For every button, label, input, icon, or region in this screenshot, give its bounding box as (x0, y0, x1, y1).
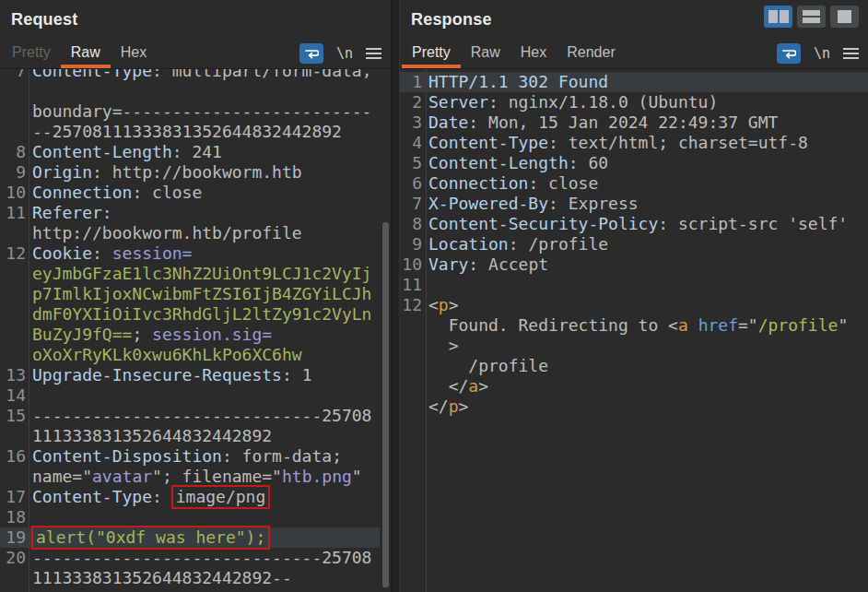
code-row: 19alert("0xdf was here"); (0, 527, 380, 548)
line-number (0, 426, 26, 446)
newline-toggle-icon[interactable]: \n (814, 45, 830, 62)
line-number: 8 (0, 142, 26, 162)
code-text: Content-Security-Policy: script-src 'sel… (428, 214, 848, 234)
menu-icon[interactable] (366, 48, 381, 59)
line-number (0, 568, 26, 588)
code-row: 4Content-Type: text/html; charset=utf-8 (400, 133, 868, 153)
line-number: 5 (400, 153, 422, 173)
layout-single-button[interactable] (830, 6, 859, 28)
code-text: BuZyJ9fQ==; session.sig= (32, 325, 272, 345)
code-row: 8Content-Security-Policy: script-src 'se… (400, 214, 868, 234)
code-row: 6Connection: close (400, 173, 868, 194)
tab-raw[interactable]: Raw (461, 39, 510, 68)
word-wrap-toggle-icon[interactable] (299, 43, 323, 64)
line-number: 16 (0, 446, 26, 467)
line-number: 2 (400, 92, 422, 112)
code-row: 15-----------------------------25708 (0, 406, 380, 426)
request-tab-bar: PrettyRawHex (2, 39, 157, 68)
line-number: 10 (0, 183, 26, 203)
tab-raw[interactable]: Raw (61, 39, 111, 68)
response-toolbar: \n (777, 43, 859, 64)
line-number: 1 (400, 72, 422, 92)
code-text: Location: /profile (428, 234, 608, 255)
code-row: /profile (400, 356, 868, 376)
request-panel: Request PrettyRawHex \n 7Content-Type: m… (0, 0, 391, 592)
code-text: 111333831352644832442892 (32, 426, 272, 446)
code-text: Connection: close (428, 173, 598, 194)
code-row: 1HTTP/1.1 302 Found (400, 72, 868, 92)
code-row: 7Content-Type: multipart/form-data, (0, 69, 380, 81)
line-number (0, 223, 26, 243)
response-tab-bar: PrettyRawHexRender (402, 39, 626, 68)
line-number (400, 336, 422, 356)
line-number: 3 (400, 112, 422, 133)
line-number: 14 (0, 385, 26, 406)
line-number (0, 264, 26, 284)
code-text: eyJmbGFzaE1lc3NhZ2UiOnt9LCJ1c2VyIj (32, 264, 371, 284)
request-scrollbar-thumb[interactable] (382, 222, 389, 587)
line-number (0, 81, 26, 101)
code-row: </p> (400, 397, 868, 417)
response-editor[interactable]: 1HTTP/1.1 302 Found2Server: nginx/1.18.0… (400, 69, 868, 592)
code-text: name="avatar"; filename="htb.png" (32, 467, 362, 487)
tab-pretty: Pretty (2, 39, 61, 68)
word-wrap-toggle-icon[interactable] (777, 43, 801, 64)
code-row: http://bookworm.htb/profile (0, 223, 380, 243)
red-annotation-box: image/png (171, 485, 271, 509)
code-row: 12<p> (400, 295, 868, 315)
code-row: Found. Redirecting to <a href="/profile" (400, 315, 868, 336)
tab-pretty[interactable]: Pretty (402, 39, 461, 68)
response-gutter-divider (426, 69, 427, 592)
request-editor[interactable]: 7Content-Type: multipart/form-data,bound… (0, 69, 391, 592)
line-number: 9 (400, 234, 422, 255)
code-row: 14 (0, 385, 380, 406)
code-text: Content-Type: multipart/form-data, (32, 69, 371, 81)
code-row: 18 (0, 507, 380, 527)
line-number: 7 (0, 69, 26, 81)
line-number: 12 (400, 295, 422, 315)
newline-toggle-icon[interactable]: \n (336, 45, 353, 62)
line-number: 17 (0, 487, 26, 507)
layout-toggle-group (764, 6, 859, 28)
code-row: 2Server: nginx/1.18.0 (Ubuntu) (400, 92, 868, 112)
code-row: oXoXrRyKLk0xwu6KhLkPo6XC6hw (0, 345, 380, 365)
request-title: Request (11, 10, 77, 30)
tab-hex[interactable]: Hex (510, 39, 557, 68)
code-text: -----------------------------25708 (32, 406, 371, 426)
code-row: 10Connection: close (0, 183, 380, 203)
line-number: 4 (400, 133, 422, 153)
code-row: 11 (400, 275, 868, 295)
code-row: 13Upgrade-Insecure-Requests: 1 (0, 365, 380, 385)
line-number (0, 325, 26, 345)
line-number: 18 (0, 507, 26, 527)
line-number: 6 (400, 173, 422, 194)
line-number (400, 376, 422, 397)
code-text: 111333831352644832442892-- (32, 568, 292, 588)
code-row: 20-----------------------------25708 (0, 548, 380, 568)
layout-rows-button[interactable] (797, 6, 826, 28)
line-number (400, 356, 422, 376)
code-text: Connection: close (32, 183, 202, 203)
panel-split-handle[interactable] (391, 0, 400, 592)
tab-render[interactable]: Render (557, 39, 625, 68)
layout-columns-button[interactable] (764, 6, 792, 28)
code-text: Upgrade-Insecure-Requests: 1 (32, 365, 311, 385)
line-number: 13 (0, 365, 26, 385)
line-number (0, 345, 26, 365)
tab-hex[interactable]: Hex (111, 39, 157, 68)
code-row: name="avatar"; filename="htb.png" (0, 467, 380, 487)
red-annotation-box: alert("0xdf was here"); (31, 526, 270, 550)
line-number: 11 (400, 275, 422, 295)
code-text: dmF0YXIiOiIvc3RhdGljL2ltZy91c2VyLn (32, 304, 371, 325)
code-text: -----------------------------25708 (32, 548, 371, 568)
code-text: </p> (428, 397, 468, 417)
response-panel: Response PrettyRawHexRender \n 1HTTP/1.1 (400, 0, 868, 592)
code-row: boundary=------------------------- (0, 101, 380, 122)
menu-icon[interactable] (843, 48, 859, 59)
code-row: 17Content-Type: image/png (0, 487, 380, 507)
code-text: Referer: (32, 203, 123, 223)
code-text: --25708111333831352644832442892 (32, 122, 342, 142)
line-number: 7 (400, 194, 422, 214)
code-text: Content-Length: 60 (428, 153, 608, 173)
code-text: oXoXrRyKLk0xwu6KhLkPo6XC6hw (32, 345, 302, 365)
